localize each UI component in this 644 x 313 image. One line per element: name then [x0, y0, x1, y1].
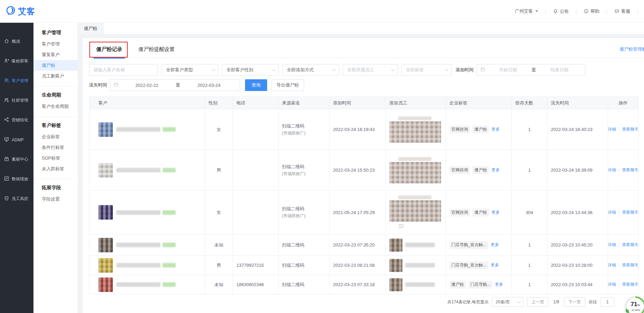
search-button[interactable]: 查询 [245, 79, 267, 91]
submenu-group-title: 客户标签 [33, 122, 78, 129]
submenu-item[interactable]: 条件打标签 [33, 142, 78, 153]
submenu-item[interactable]: SOP标签 [33, 153, 78, 163]
tag-chip: 官网咨询 [449, 209, 470, 216]
brand-logo: 艾客 [6, 6, 35, 17]
more-tags-link[interactable]: 更多 [495, 282, 503, 287]
source-cell: 扫描二维码 [279, 275, 330, 294]
customer-name-redacted [116, 243, 160, 247]
submenu-group-title: 拓展字段 [33, 185, 78, 191]
retention-days-cell: 1 [512, 150, 547, 191]
staff-name-redacted [405, 282, 435, 287]
lost-time-cell: 2022-03-23 10:03:44 [547, 275, 608, 294]
customer-service-button[interactable]: 客服 [607, 8, 637, 14]
view-chat-link[interactable]: 查看聊天 [622, 127, 638, 132]
add-time-range-picker[interactable]: 开始日期 至 结束日期 [476, 64, 585, 76]
more-tags-link[interactable]: 更多 [491, 167, 500, 173]
column-header-4: 来源渠道 [279, 97, 330, 109]
lost-start-date[interactable]: 2022-02-22 [119, 83, 174, 88]
filter-select-2[interactable]: 全部客户性别 [222, 64, 279, 76]
filter-select-1[interactable]: 全部客户类型 [162, 64, 218, 76]
chat-icon [614, 9, 619, 14]
page-tab-zombie-fans[interactable]: 僵尸粉 [78, 23, 104, 34]
detail-link[interactable]: 详细 [608, 262, 616, 268]
view-chat-link[interactable]: 查看聊天 [622, 167, 638, 173]
sidebar-item-4[interactable]: 社群管理 [0, 91, 33, 110]
zombie-guide-link[interactable]: 僵尸粉管理教 [619, 46, 644, 52]
submenu-item[interactable]: 字段设置 [33, 194, 78, 204]
lost-end-date[interactable]: 2022-03-24 [182, 83, 236, 88]
submenu-group-title: 客户管理 [33, 30, 78, 36]
customer-name-redacted [116, 127, 160, 132]
detail-link[interactable]: 详细 [608, 210, 616, 215]
help-button[interactable]: 帮助 [576, 8, 607, 14]
actions-cell: 详细查看聊天 [608, 275, 638, 294]
submenu-item[interactable]: 员工删客户 [33, 71, 78, 81]
chevron-down-icon [333, 68, 336, 71]
view-chat-link[interactable]: 查看聊天 [622, 282, 638, 287]
tag-chip: 门店导购_首次触... [449, 261, 488, 269]
corp-tags-cell: 僵尸粉门店导购...更多 [446, 275, 512, 294]
chevron-down-icon [535, 10, 538, 13]
view-chat-link[interactable]: 查看聊天 [622, 210, 638, 215]
more-tags-link[interactable]: 更多 [491, 242, 499, 248]
sidebar-item-8[interactable]: 数据绩效 [0, 169, 33, 189]
submenu-item[interactable]: 客户生命周期 [33, 101, 78, 112]
detail-link[interactable]: 详细 [608, 127, 616, 132]
chart-icon [4, 176, 9, 182]
brand-name: 艾客 [18, 6, 35, 17]
more-tags-link[interactable]: 更多 [491, 210, 500, 215]
gender-cell: 未知 [205, 234, 233, 256]
prev-page-button[interactable]: 上一页 [527, 297, 548, 307]
tab-zombie-records[interactable]: 僵尸粉记录 [96, 46, 122, 53]
source-cell: 扫描二维码 [279, 256, 330, 275]
lost-time-range-picker[interactable]: 2022-02-22 至 2022-03-24 [110, 79, 240, 91]
announcement-button[interactable]: 公告 [546, 8, 576, 14]
sidebar-item-3[interactable]: 客户管理 [0, 71, 33, 91]
submenu-item[interactable]: 僵尸粉 [33, 60, 78, 71]
submenu-item[interactable]: 重复客户 [33, 49, 78, 60]
customer-avatar [98, 163, 113, 178]
gender-cell: 女 [205, 109, 233, 150]
sidebar-item-1[interactable]: 概况 [0, 32, 33, 51]
detail-link[interactable]: 详细 [608, 242, 616, 248]
page-size-select[interactable]: 20条/页 [492, 297, 524, 307]
select-value: 全部客户性别 [226, 67, 253, 73]
goto-page-input[interactable] [601, 297, 614, 307]
customer-cell [89, 191, 205, 234]
detail-link[interactable]: 详细 [608, 167, 616, 173]
next-page-button[interactable]: 下一页 [564, 297, 585, 307]
sidebar-item-5[interactable]: 营销转化 [0, 110, 33, 130]
more-tags-link[interactable]: 更多 [491, 262, 499, 268]
staff-name-redacted [398, 195, 431, 199]
added-time-cell: 2022-03-24 16:19:43 [330, 109, 386, 150]
filter-select-3[interactable]: 全部添加方式 [282, 64, 339, 76]
battery-percent: 71% [631, 301, 640, 308]
net-speed-face: 71% ↓0.1K/s [627, 298, 644, 313]
staff-name-redacted [405, 243, 435, 247]
org-switcher[interactable]: 广州艾客 [508, 8, 545, 14]
filter-select-5[interactable]: 全部标签 [401, 64, 451, 76]
phone-cell [233, 191, 279, 234]
more-tags-link[interactable]: 更多 [491, 127, 500, 132]
sidebar-item-6[interactable]: ADMP [0, 130, 33, 150]
detail-link[interactable]: 详细 [608, 282, 616, 287]
sidebar-item-2[interactable]: 吸粉获客 [0, 51, 33, 71]
lost-time-cell: 2022-03-23 10:45:20 [547, 234, 608, 256]
sidebar-item-7[interactable]: 素材中心 [0, 150, 33, 169]
filter-bar: 请输入客户名称 全部客户类型全部客户性别全部添加方式全部所属员工全部标签 添加时… [89, 64, 644, 91]
start-date-placeholder[interactable]: 开始日期 [486, 67, 530, 73]
table-row: 未知18630802346扫描二维码2022-03-23 07:33:18僵尸粉… [89, 275, 638, 294]
customer-name-input[interactable]: 请输入客户名称 [89, 64, 158, 76]
submenu-item[interactable]: 未入群标签 [33, 163, 78, 174]
submenu-item[interactable]: 企业标签 [33, 131, 78, 142]
export-zombie-fans-button[interactable]: 导出僵尸粉 [271, 79, 304, 91]
sidebar-item-9[interactable]: 员工风控 [0, 189, 33, 209]
view-chat-link[interactable]: 查看聊天 [622, 242, 638, 248]
view-chat-link[interactable]: 查看聊天 [622, 262, 638, 268]
filter-select-4[interactable]: 全部所属员工 [343, 64, 398, 76]
submenu-item[interactable]: 客户管理 [33, 39, 78, 49]
tab-zombie-reminder-settings[interactable]: 僵尸粉提醒设置 [138, 46, 175, 53]
table-row: 男扫描二维码(市场部推广)2022-03-24 15:50:23官网咨询僵尸粉更… [89, 150, 638, 191]
end-date-placeholder[interactable]: 结束日期 [537, 67, 582, 73]
gender-cell: 未知 [205, 275, 233, 294]
